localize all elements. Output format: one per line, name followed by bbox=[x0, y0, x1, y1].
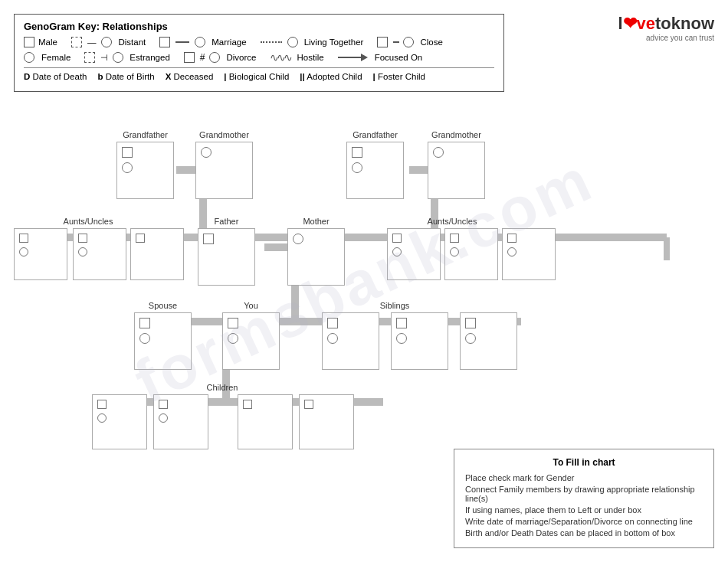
grandfather-maternal-label: Grandfather bbox=[346, 130, 404, 139]
legend-female: Female bbox=[24, 52, 71, 63]
sib3-sq bbox=[465, 318, 476, 328]
au-r1-circ bbox=[392, 247, 402, 256]
grandfather-paternal bbox=[116, 142, 174, 199]
aunt-uncle-right-2 bbox=[444, 228, 498, 280]
distant-square-icon bbox=[71, 37, 82, 47]
distant-label: Distant bbox=[118, 38, 146, 47]
estranged-label: Estranged bbox=[130, 53, 169, 62]
female-label: Female bbox=[41, 53, 71, 62]
grandmother-maternal bbox=[428, 142, 485, 199]
child-3 bbox=[238, 394, 293, 449]
au-r2-sq bbox=[450, 234, 459, 243]
father-box bbox=[198, 228, 255, 286]
close-circ-icon bbox=[403, 37, 414, 47]
adopted-child-label: || Adopted Child bbox=[300, 72, 362, 81]
legend-row-1: Male — Distant Marriage Living Together … bbox=[24, 37, 494, 47]
sib2-sq bbox=[396, 318, 407, 328]
marriage-circ-icon bbox=[195, 37, 205, 47]
child4-sq bbox=[304, 400, 313, 409]
date-of-death-label: D Date of Death bbox=[24, 72, 87, 81]
siblings-label: Siblings bbox=[349, 301, 441, 310]
child2-circ bbox=[159, 413, 168, 423]
aunts-uncles-left-label: Aunts/Uncles bbox=[42, 217, 134, 226]
spouse-gender-circ bbox=[139, 333, 150, 344]
mother-gender-circ bbox=[293, 234, 303, 244]
legend-divorce: # Divorce bbox=[184, 52, 257, 63]
legend-divider bbox=[24, 67, 494, 68]
au-r2-circ bbox=[450, 247, 459, 256]
au-l1-sq bbox=[19, 234, 28, 243]
aunt-uncle-left-3 bbox=[130, 228, 184, 280]
child1-sq bbox=[97, 400, 107, 409]
you-label: You bbox=[222, 301, 280, 310]
divorce-label: Divorce bbox=[226, 53, 256, 62]
focused-on-label: Focused On bbox=[375, 53, 423, 62]
spouse-box bbox=[134, 312, 192, 370]
info-line-3: If using names, place them to Left or un… bbox=[465, 505, 703, 515]
distant-circle-icon bbox=[101, 37, 112, 47]
logo-heart-icon: ❤ bbox=[623, 14, 637, 33]
sib2-circ bbox=[396, 333, 407, 344]
foster-child-label: | Foster Child bbox=[373, 72, 425, 81]
estranged-circ-icon bbox=[113, 52, 123, 63]
grandmother-maternal-gender-circ bbox=[433, 147, 444, 158]
date-of-birth-label: b Date of Birth bbox=[97, 72, 154, 81]
legend-marriage: Marriage bbox=[159, 37, 246, 47]
spouse-label: Spouse bbox=[134, 301, 192, 310]
deceased-label: X Deceased bbox=[166, 72, 214, 81]
grandfather-paternal-label: Grandfather bbox=[116, 130, 174, 139]
info-box: To Fill in chart Place check mark for Ge… bbox=[454, 449, 714, 548]
close-sq-icon bbox=[377, 37, 388, 47]
children-label: Children bbox=[184, 383, 261, 392]
grandfather-maternal bbox=[346, 142, 404, 199]
father-gender-sq bbox=[203, 234, 214, 244]
legend-estranged: ⊣ Estranged bbox=[84, 52, 169, 63]
marriage-sq-icon bbox=[159, 37, 170, 47]
logo-to-word: to bbox=[655, 14, 671, 33]
child-2 bbox=[153, 394, 208, 449]
grandfather-maternal-gender-circ bbox=[352, 162, 362, 173]
au-l2-sq bbox=[78, 234, 87, 243]
child1-circ bbox=[97, 413, 107, 423]
you-box bbox=[222, 312, 280, 370]
au-r3-sq bbox=[507, 234, 516, 243]
logo-know-part: know bbox=[671, 14, 714, 33]
au-r1-sq bbox=[392, 234, 402, 243]
aunts-uncles-right-label: Aunts/Uncles bbox=[406, 217, 498, 226]
info-line-1: Place check mark for Gender bbox=[465, 473, 703, 482]
au-l1-circ bbox=[19, 247, 28, 256]
aunt-uncle-left-1 bbox=[14, 228, 67, 280]
child3-sq bbox=[243, 400, 252, 409]
child2-sq bbox=[159, 400, 168, 409]
aunt-uncle-left-2 bbox=[73, 228, 126, 280]
sibling-2 bbox=[391, 312, 448, 370]
hostile-label: Hostile bbox=[297, 53, 323, 62]
close-label: Close bbox=[420, 38, 442, 47]
legend-close: Close bbox=[377, 37, 442, 47]
legend-row-3: D Date of Death b Date of Birth X Deceas… bbox=[24, 72, 494, 81]
child-1 bbox=[92, 394, 147, 449]
male-square-icon bbox=[24, 37, 34, 47]
legend-male: Male bbox=[24, 37, 57, 47]
legend-title: GenoGram Key: Relationships bbox=[24, 21, 494, 32]
logo-text: l❤vetoknow bbox=[618, 14, 714, 34]
female-circle-icon bbox=[24, 52, 34, 63]
logo-tagline: advice you can trust bbox=[618, 34, 714, 42]
legend-focused-on: Focused On bbox=[338, 53, 423, 62]
legend-distant: — Distant bbox=[71, 37, 146, 47]
logo-container: l❤vetoknow advice you can trust bbox=[618, 14, 714, 42]
grandfather-paternal-gender-sq bbox=[122, 147, 133, 158]
legend-hostile: ∿∿∿ Hostile bbox=[270, 51, 323, 64]
info-line-5: Birth and/or Death Dates can be placed i… bbox=[465, 528, 703, 537]
male-label: Male bbox=[38, 38, 57, 47]
mother-box bbox=[287, 228, 345, 286]
estranged-sq-icon bbox=[84, 52, 95, 63]
grandfather-maternal-gender-sq bbox=[352, 147, 362, 158]
sib1-sq bbox=[327, 318, 338, 328]
marriage-label: Marriage bbox=[212, 38, 246, 47]
spouse-gender-sq bbox=[139, 318, 150, 328]
grandmother-maternal-label: Grandmother bbox=[428, 130, 485, 139]
grandmother-paternal bbox=[195, 142, 253, 199]
sibling-3 bbox=[460, 312, 517, 370]
divorce-sq-icon bbox=[184, 52, 195, 63]
